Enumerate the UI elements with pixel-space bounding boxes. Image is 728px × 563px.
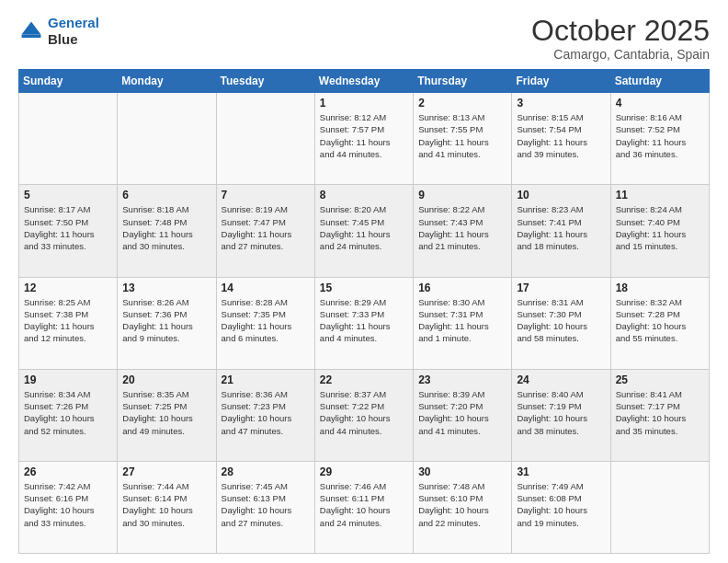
calendar-day-cell: 24Sunrise: 8:40 AMSunset: 7:19 PMDayligh… (512, 369, 610, 461)
calendar: Sunday Monday Tuesday Wednesday Thursday… (18, 69, 710, 554)
calendar-week-row: 19Sunrise: 8:34 AMSunset: 7:26 PMDayligh… (19, 369, 710, 461)
calendar-day-cell (19, 93, 118, 185)
day-info: Sunrise: 8:37 AMSunset: 7:22 PMDaylight:… (320, 388, 408, 437)
day-number: 17 (517, 282, 605, 294)
day-number: 28 (222, 465, 310, 478)
day-info: Sunrise: 8:24 AMSunset: 7:40 PMDaylight:… (616, 203, 704, 252)
col-wednesday: Wednesday (314, 70, 413, 93)
calendar-day-cell: 10Sunrise: 8:23 AMSunset: 7:41 PMDayligh… (512, 185, 610, 277)
logo: General Blue (18, 15, 99, 48)
day-number: 22 (320, 373, 408, 386)
calendar-day-cell: 15Sunrise: 8:29 AMSunset: 7:33 PMDayligh… (314, 277, 413, 369)
day-number: 8 (320, 189, 408, 201)
day-info: Sunrise: 7:49 AMSunset: 6:08 PMDaylight:… (517, 480, 605, 529)
col-monday: Monday (118, 70, 216, 93)
calendar-day-cell: 20Sunrise: 8:35 AMSunset: 7:25 PMDayligh… (118, 369, 216, 461)
day-number: 9 (418, 189, 506, 201)
day-info: Sunrise: 8:19 AMSunset: 7:47 PMDaylight:… (222, 203, 310, 252)
page: General Blue October 2025 Camargo, Canta… (0, 0, 728, 563)
day-info: Sunrise: 8:36 AMSunset: 7:23 PMDaylight:… (222, 388, 310, 437)
day-number: 20 (122, 373, 210, 386)
calendar-day-cell: 21Sunrise: 8:36 AMSunset: 7:23 PMDayligh… (216, 369, 314, 461)
day-info: Sunrise: 7:45 AMSunset: 6:13 PMDaylight:… (222, 480, 310, 529)
day-info: Sunrise: 8:39 AMSunset: 7:20 PMDaylight:… (418, 388, 506, 437)
calendar-week-row: 5Sunrise: 8:17 AMSunset: 7:50 PMDaylight… (19, 185, 710, 277)
calendar-day-cell (610, 461, 709, 553)
day-number: 13 (122, 282, 210, 294)
calendar-day-cell: 29Sunrise: 7:46 AMSunset: 6:11 PMDayligh… (314, 461, 413, 553)
col-sunday: Sunday (19, 70, 118, 93)
day-number: 25 (616, 373, 704, 386)
day-info: Sunrise: 8:16 AMSunset: 7:52 PMDaylight:… (616, 111, 704, 160)
day-info: Sunrise: 8:13 AMSunset: 7:55 PMDaylight:… (418, 111, 506, 160)
calendar-day-cell: 16Sunrise: 8:30 AMSunset: 7:31 PMDayligh… (414, 277, 512, 369)
day-info: Sunrise: 7:44 AMSunset: 6:14 PMDaylight:… (122, 480, 210, 529)
calendar-day-cell: 5Sunrise: 8:17 AMSunset: 7:50 PMDaylight… (19, 185, 118, 277)
day-number: 14 (222, 282, 310, 294)
day-info: Sunrise: 8:40 AMSunset: 7:19 PMDaylight:… (517, 388, 605, 437)
day-info: Sunrise: 8:15 AMSunset: 7:54 PMDaylight:… (517, 111, 605, 160)
day-info: Sunrise: 8:30 AMSunset: 7:31 PMDaylight:… (418, 296, 506, 345)
calendar-day-cell: 28Sunrise: 7:45 AMSunset: 6:13 PMDayligh… (216, 461, 314, 553)
day-number: 24 (517, 373, 605, 386)
day-info: Sunrise: 8:26 AMSunset: 7:36 PMDaylight:… (122, 296, 210, 345)
day-info: Sunrise: 8:34 AMSunset: 7:26 PMDaylight:… (24, 388, 112, 437)
day-info: Sunrise: 8:29 AMSunset: 7:33 PMDaylight:… (320, 296, 408, 345)
calendar-day-cell: 25Sunrise: 8:41 AMSunset: 7:17 PMDayligh… (610, 369, 709, 461)
day-number: 5 (24, 189, 112, 201)
svg-rect-1 (22, 35, 41, 39)
col-friday: Friday (512, 70, 610, 93)
calendar-day-cell: 30Sunrise: 7:48 AMSunset: 6:10 PMDayligh… (414, 461, 512, 553)
calendar-day-cell: 8Sunrise: 8:20 AMSunset: 7:45 PMDaylight… (314, 185, 413, 277)
calendar-day-cell: 19Sunrise: 8:34 AMSunset: 7:26 PMDayligh… (19, 369, 118, 461)
day-number: 15 (320, 282, 408, 294)
header: General Blue October 2025 Camargo, Canta… (18, 15, 710, 62)
calendar-day-cell: 31Sunrise: 7:49 AMSunset: 6:08 PMDayligh… (512, 461, 610, 553)
day-info: Sunrise: 8:12 AMSunset: 7:57 PMDaylight:… (320, 111, 408, 160)
day-number: 10 (517, 189, 605, 201)
calendar-day-cell: 9Sunrise: 8:22 AMSunset: 7:43 PMDaylight… (414, 185, 512, 277)
day-info: Sunrise: 8:20 AMSunset: 7:45 PMDaylight:… (320, 203, 408, 252)
day-number: 2 (418, 97, 506, 109)
calendar-day-cell: 6Sunrise: 8:18 AMSunset: 7:48 PMDaylight… (118, 185, 216, 277)
calendar-day-cell: 27Sunrise: 7:44 AMSunset: 6:14 PMDayligh… (118, 461, 216, 553)
day-number: 3 (517, 97, 605, 109)
calendar-header-row: Sunday Monday Tuesday Wednesday Thursday… (19, 70, 710, 93)
day-number: 19 (24, 373, 112, 386)
calendar-day-cell: 3Sunrise: 8:15 AMSunset: 7:54 PMDaylight… (512, 93, 610, 185)
svg-marker-0 (22, 22, 41, 35)
logo-icon (18, 18, 44, 44)
day-info: Sunrise: 8:22 AMSunset: 7:43 PMDaylight:… (418, 203, 506, 252)
day-number: 18 (616, 282, 704, 294)
calendar-day-cell: 2Sunrise: 8:13 AMSunset: 7:55 PMDaylight… (414, 93, 512, 185)
calendar-day-cell: 18Sunrise: 8:32 AMSunset: 7:28 PMDayligh… (610, 277, 709, 369)
day-info: Sunrise: 8:25 AMSunset: 7:38 PMDaylight:… (24, 296, 112, 345)
day-info: Sunrise: 8:28 AMSunset: 7:35 PMDaylight:… (222, 296, 310, 345)
day-number: 7 (222, 189, 310, 201)
location-title: Camargo, Cantabria, Spain (531, 47, 710, 62)
day-info: Sunrise: 8:32 AMSunset: 7:28 PMDaylight:… (616, 296, 704, 345)
calendar-day-cell: 22Sunrise: 8:37 AMSunset: 7:22 PMDayligh… (314, 369, 413, 461)
day-info: Sunrise: 8:35 AMSunset: 7:25 PMDaylight:… (122, 388, 210, 437)
calendar-day-cell: 17Sunrise: 8:31 AMSunset: 7:30 PMDayligh… (512, 277, 610, 369)
day-number: 6 (122, 189, 210, 201)
calendar-day-cell: 7Sunrise: 8:19 AMSunset: 7:47 PMDaylight… (216, 185, 314, 277)
title-block: October 2025 Camargo, Cantabria, Spain (531, 15, 710, 62)
day-number: 1 (320, 97, 408, 109)
day-number: 11 (616, 189, 704, 201)
day-number: 21 (222, 373, 310, 386)
day-info: Sunrise: 8:17 AMSunset: 7:50 PMDaylight:… (24, 203, 112, 252)
day-info: Sunrise: 8:41 AMSunset: 7:17 PMDaylight:… (616, 388, 704, 437)
calendar-day-cell: 26Sunrise: 7:42 AMSunset: 6:16 PMDayligh… (19, 461, 118, 553)
calendar-day-cell: 23Sunrise: 8:39 AMSunset: 7:20 PMDayligh… (414, 369, 512, 461)
day-number: 4 (616, 97, 704, 109)
day-info: Sunrise: 8:18 AMSunset: 7:48 PMDaylight:… (122, 203, 210, 252)
day-number: 31 (517, 465, 605, 478)
calendar-day-cell: 13Sunrise: 8:26 AMSunset: 7:36 PMDayligh… (118, 277, 216, 369)
col-tuesday: Tuesday (216, 70, 314, 93)
day-info: Sunrise: 7:46 AMSunset: 6:11 PMDaylight:… (320, 480, 408, 529)
logo-text: General Blue (48, 15, 99, 48)
calendar-day-cell (118, 93, 216, 185)
day-number: 29 (320, 465, 408, 478)
day-number: 27 (122, 465, 210, 478)
